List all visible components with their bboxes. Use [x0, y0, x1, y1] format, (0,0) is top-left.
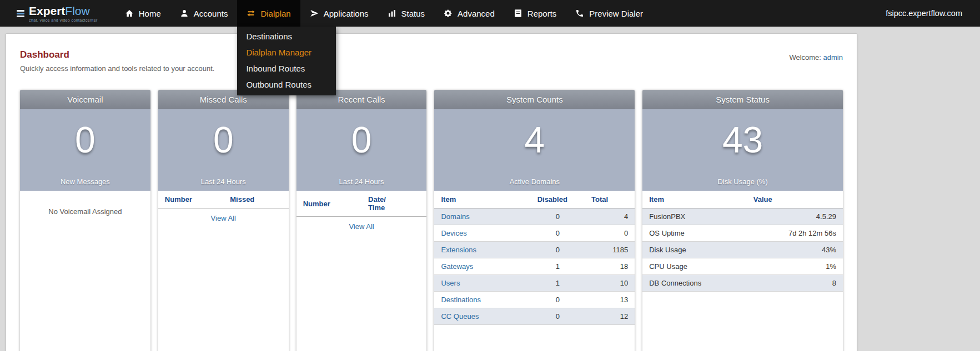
welcome-user-link[interactable]: admin	[823, 53, 843, 62]
item-cell: Disk Usage	[642, 242, 747, 258]
logo-bars-icon	[17, 10, 24, 17]
col-number: Number	[158, 191, 223, 208]
voicemail-empty-text: No Voicemail Assigned	[20, 191, 150, 216]
stat-label: New Messages	[20, 177, 150, 186]
table-header-row: Item Disabled Total	[434, 191, 635, 208]
disabled-cell: 1	[531, 275, 585, 292]
main-panel: Dashboard Quickly access information and…	[6, 33, 857, 351]
table-row: CPU Usage 1%	[642, 258, 843, 275]
gear-icon	[444, 9, 453, 18]
logo-part2: Flow	[65, 4, 89, 17]
table-row: Users 1 10	[434, 275, 635, 292]
nav-item-accounts[interactable]: Accounts	[170, 0, 238, 27]
table-row: Domains 0 4	[434, 208, 635, 225]
total-cell: 13	[585, 292, 635, 308]
item-link[interactable]: CC Queues	[441, 312, 479, 321]
nav-item-applications[interactable]: Applications	[300, 0, 378, 27]
stat-label: Active Domains	[434, 177, 635, 186]
total-cell: 4	[585, 208, 635, 225]
book-icon	[514, 9, 522, 18]
view-all-row: View All	[296, 217, 427, 236]
nav-item-dialplan[interactable]: Dialplan Destinations Dialplan Manager I…	[237, 0, 300, 27]
view-all-link[interactable]: View All	[349, 222, 374, 231]
table-header-row: Number Date/ Time	[296, 191, 427, 217]
menu-item-destinations[interactable]: Destinations	[237, 28, 336, 44]
stat-number: 0	[20, 109, 150, 158]
item-link[interactable]: Devices	[441, 229, 466, 237]
card-voicemail-stat: 0 New Messages	[20, 109, 150, 191]
nav-item-reports[interactable]: Reports	[504, 0, 566, 27]
menu-item-outbound-routes[interactable]: Outbound Routes	[237, 77, 336, 93]
recent-calls-table: Number Date/ Time	[296, 191, 427, 217]
col-item: Item	[642, 191, 747, 208]
stat-number: 0	[158, 109, 289, 158]
item-link[interactable]: Destinations	[441, 296, 481, 304]
card-system-counts-body: Item Disabled Total Domains 0 4 Devices …	[434, 191, 635, 325]
item-cell: Destinations	[434, 292, 530, 308]
nav-item-label: Dialplan	[260, 9, 290, 18]
item-cell: DB Connections	[642, 275, 747, 292]
item-link[interactable]: Domains	[441, 212, 469, 221]
card-system-status: System Status 43 Disk Usage (%) Item Val…	[642, 90, 843, 351]
view-all-link[interactable]: View All	[211, 214, 236, 222]
view-all-row: View All	[158, 208, 289, 228]
card-recent-calls: Recent Calls 0 Last 24 Hours Number Date…	[296, 90, 427, 351]
stat-label: Last 24 Hours	[158, 177, 289, 186]
user-icon	[180, 9, 189, 18]
disabled-cell: 0	[531, 208, 585, 225]
total-cell: 0	[585, 225, 635, 242]
page-header: Dashboard Quickly access information and…	[20, 49, 843, 73]
item-cell: Devices	[434, 225, 530, 242]
col-total: Total	[585, 191, 635, 208]
nav-item-label: Advanced	[458, 9, 495, 18]
card-recent-calls-stat: 0 Last 24 Hours	[296, 109, 427, 191]
item-link[interactable]: Gateways	[441, 262, 473, 271]
shuffle-icon	[247, 9, 255, 18]
item-link[interactable]: Extensions	[441, 246, 476, 254]
nav-item-home[interactable]: Home	[115, 0, 170, 27]
page-header-left: Dashboard Quickly access information and…	[20, 49, 214, 73]
item-cell: Users	[434, 275, 530, 292]
table-row: Destinations 0 13	[434, 292, 635, 308]
missed-calls-table: Number Missed	[158, 191, 289, 208]
card-recent-calls-body: Number Date/ Time View All	[296, 191, 427, 236]
top-navbar: ExpertFlow chat, voice and video contact…	[0, 0, 980, 27]
domain-text: fsipcc.expertflow.com	[886, 9, 980, 18]
total-cell: 10	[585, 275, 635, 292]
table-row: Extensions 0 1185	[434, 242, 635, 258]
card-missed-calls-stat: 0 Last 24 Hours	[158, 109, 289, 191]
table-header-row: Number Missed	[158, 191, 289, 208]
card-missed-calls: Missed Calls 0 Last 24 Hours Number Miss…	[158, 90, 289, 351]
table-row: Devices 0 0	[434, 225, 635, 242]
col-value: Value	[747, 191, 843, 208]
logo[interactable]: ExpertFlow chat, voice and video contact…	[0, 0, 110, 27]
table-row: CC Queues 0 12	[434, 308, 635, 325]
value-cell: 1%	[747, 258, 843, 275]
nav-item-preview-dialer[interactable]: Preview Dialer	[566, 0, 652, 27]
card-system-counts-title: System Counts	[434, 90, 635, 109]
item-cell: Gateways	[434, 258, 530, 275]
table-header-row: Item Value	[642, 191, 843, 208]
menu-item-dialplan-manager[interactable]: Dialplan Manager	[237, 44, 336, 60]
nav-item-advanced[interactable]: Advanced	[434, 0, 504, 27]
logo-subtitle: chat, voice and video contactcenter	[29, 18, 98, 22]
welcome-label: Welcome:	[789, 53, 821, 62]
nav-item-status[interactable]: Status	[378, 0, 435, 27]
card-missed-calls-body: Number Missed View All	[158, 191, 289, 228]
value-cell: 4.5.29	[747, 208, 843, 225]
col-number: Number	[296, 191, 361, 217]
item-cell: CC Queues	[434, 308, 530, 325]
table-row: Disk Usage 43%	[642, 242, 843, 258]
item-cell: Domains	[434, 208, 530, 225]
bar-chart-icon	[388, 9, 396, 18]
system-status-table: Item Value FusionPBX 4.5.29 OS Uptime 7d…	[642, 191, 843, 292]
item-link[interactable]: Users	[441, 279, 460, 287]
card-system-status-body: Item Value FusionPBX 4.5.29 OS Uptime 7d…	[642, 191, 843, 292]
paper-plane-icon	[310, 9, 319, 18]
item-cell: CPU Usage	[642, 258, 747, 275]
table-row: Gateways 1 18	[434, 258, 635, 275]
menu-item-inbound-routes[interactable]: Inbound Routes	[237, 60, 336, 77]
nav-items: Home Accounts Dialplan Destinations Dial…	[115, 0, 652, 27]
page-title: Dashboard	[20, 49, 214, 60]
card-voicemail-body: No Voicemail Assigned	[20, 191, 150, 216]
